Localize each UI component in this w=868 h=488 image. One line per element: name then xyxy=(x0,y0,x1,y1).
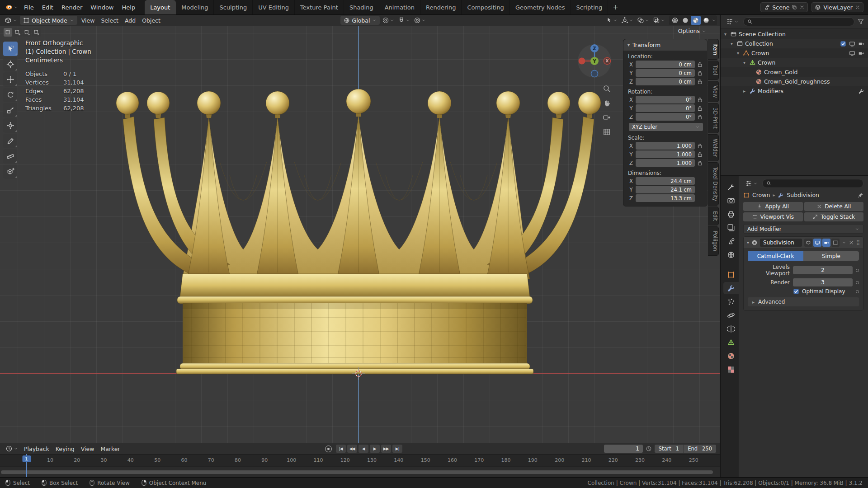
select-mode-button[interactable] xyxy=(23,28,31,37)
properties-tab[interactable] xyxy=(723,323,739,335)
expand-caret[interactable]: ▸ xyxy=(741,89,747,94)
add-workspace-button[interactable]: + xyxy=(608,3,623,11)
properties-tab[interactable] xyxy=(723,268,739,281)
transport-button[interactable]: ▶ xyxy=(370,445,380,453)
scale-field[interactable]: 1.000 xyxy=(636,159,695,167)
preview-range-toggle[interactable] xyxy=(646,446,652,452)
viewport-3d[interactable]: Front Orthographic (1) Collection | Crow… xyxy=(0,26,720,443)
viewport-toggle-button[interactable] xyxy=(636,16,651,25)
modifier-toggle-button[interactable] xyxy=(822,239,830,247)
transform-pivot-button[interactable] xyxy=(381,16,396,25)
properties-tab[interactable] xyxy=(723,221,739,234)
animate-dot[interactable] xyxy=(856,290,859,293)
workspace-tab[interactable]: Texture Paint xyxy=(295,0,344,14)
app-menu-item[interactable]: Edit xyxy=(38,3,57,12)
remove-viewlayer-button[interactable] xyxy=(855,5,860,10)
sidebar-tab[interactable]: Poliigon xyxy=(708,226,719,256)
transport-button[interactable]: ▶| xyxy=(392,445,402,453)
optimal-display-checkbox[interactable] xyxy=(793,288,799,295)
proportional-editing-toggle[interactable] xyxy=(412,16,427,25)
algorithm-button[interactable]: Simple xyxy=(803,251,859,261)
tool-button[interactable] xyxy=(3,103,18,117)
dimension-field[interactable]: 13.3 cm xyxy=(636,194,695,202)
app-menu-item[interactable]: File xyxy=(20,3,38,12)
outliner-search[interactable] xyxy=(743,17,854,26)
outliner-row[interactable]: Crown_Gold xyxy=(721,67,868,77)
viewport-nav-button[interactable] xyxy=(602,127,612,137)
properties-tab[interactable] xyxy=(723,336,739,348)
animate-dot[interactable] xyxy=(856,281,859,284)
location-field[interactable]: 0 cm xyxy=(636,69,695,77)
camera-icon[interactable] xyxy=(858,50,864,56)
checkbox-icon[interactable] xyxy=(840,41,846,47)
properties-tab[interactable] xyxy=(723,309,739,321)
outliner-item-label[interactable]: Crown_Gold_roughness xyxy=(764,78,830,85)
viewport-nav-button[interactable] xyxy=(602,84,612,94)
transport-button[interactable]: ◀◀ xyxy=(347,445,357,453)
modifier-tool-button[interactable]: Toggle Stack xyxy=(804,212,864,221)
lock-icon[interactable] xyxy=(697,151,703,157)
modifier-tool-button[interactable]: Viewport Vis xyxy=(743,212,803,221)
app-menu-item[interactable]: Render xyxy=(57,3,86,12)
sidebar-tab[interactable]: View xyxy=(708,81,719,102)
scene-selector[interactable]: Scene xyxy=(760,2,808,12)
select-mode-button[interactable] xyxy=(13,28,22,37)
viewport-menu-item[interactable]: Select xyxy=(98,16,122,25)
modifier-value-field[interactable]: 3 xyxy=(793,278,853,286)
expand-caret[interactable]: ▾ xyxy=(729,41,735,46)
modifier-tool-button[interactable]: Delete All xyxy=(804,202,864,211)
lock-icon[interactable] xyxy=(697,97,703,103)
modifier-toggle-button[interactable] xyxy=(831,239,840,247)
workspace-tab[interactable]: Compositing xyxy=(462,0,510,14)
algorithm-button[interactable]: Catmull-Clark xyxy=(748,251,803,261)
timeline-editor-type-button[interactable] xyxy=(4,444,20,453)
advanced-section-header[interactable]: ▸ Advanced xyxy=(748,297,859,306)
timeline-scrollbar[interactable] xyxy=(1,470,713,474)
timeline-track-area[interactable]: 1020304050607080901001101201301401501601… xyxy=(0,454,720,477)
outliner-row[interactable]: ▾ Scene Collection xyxy=(721,29,868,39)
unlink-scene-button[interactable] xyxy=(799,5,805,10)
properties-tab[interactable] xyxy=(723,350,739,362)
camera-icon[interactable] xyxy=(858,41,864,47)
workspace-tab[interactable]: UV Editing xyxy=(253,0,295,14)
modifier-extras-button[interactable] xyxy=(842,240,846,245)
sidebar-tab[interactable]: Texel Density xyxy=(708,162,719,206)
sidebar-tab[interactable]: Edit xyxy=(708,206,719,225)
properties-tab[interactable] xyxy=(723,194,739,206)
modifier-expand-caret[interactable]: ▾ xyxy=(747,240,749,245)
filter-button[interactable] xyxy=(857,18,864,25)
workspace-tab[interactable]: Geometry Nodes xyxy=(510,0,571,14)
end-frame-field[interactable]: End 250 xyxy=(684,445,716,453)
sidebar-tab[interactable]: 3D-Print xyxy=(708,103,719,133)
tool-button[interactable] xyxy=(3,164,18,179)
transport-button[interactable]: |◀ xyxy=(336,445,346,453)
properties-tab[interactable] xyxy=(723,282,739,294)
outliner-item-label[interactable]: Crown xyxy=(751,50,769,56)
tool-button[interactable] xyxy=(3,42,18,56)
outliner-item-label[interactable]: Collection xyxy=(745,40,773,47)
properties-search[interactable] xyxy=(762,179,863,188)
viewport-toggle-button[interactable] xyxy=(604,16,619,25)
outliner-row[interactable]: ▾ Crown xyxy=(721,58,868,67)
timeline-body[interactable] xyxy=(0,466,720,477)
lock-icon[interactable] xyxy=(697,70,703,76)
workspace-tab[interactable]: Animation xyxy=(379,0,420,14)
lock-icon[interactable] xyxy=(697,160,703,166)
timeline-menu-item[interactable]: Playback xyxy=(21,445,52,453)
new-scene-button[interactable] xyxy=(792,5,797,10)
timeline-menu-item[interactable]: Marker xyxy=(97,445,123,453)
timeline-menu-item[interactable]: View xyxy=(78,445,98,453)
transport-button[interactable]: ▶▶ xyxy=(381,445,391,453)
properties-tab[interactable] xyxy=(723,249,739,261)
pin-button[interactable] xyxy=(857,192,863,198)
rotation-field[interactable]: 0° xyxy=(636,113,695,121)
viewport-menu-item[interactable]: View xyxy=(78,16,98,25)
viewport-toggle-button[interactable] xyxy=(651,16,666,25)
properties-tab[interactable] xyxy=(723,235,739,247)
viewport-toggle-button[interactable] xyxy=(620,16,635,25)
modifier-tool-button[interactable]: Apply All xyxy=(743,202,803,211)
modifier-name-field[interactable]: Subdivision xyxy=(760,239,802,247)
scale-field[interactable]: 1.000 xyxy=(636,150,695,158)
properties-tab[interactable] xyxy=(723,181,739,193)
workspace-tab[interactable]: Layout xyxy=(145,0,176,14)
